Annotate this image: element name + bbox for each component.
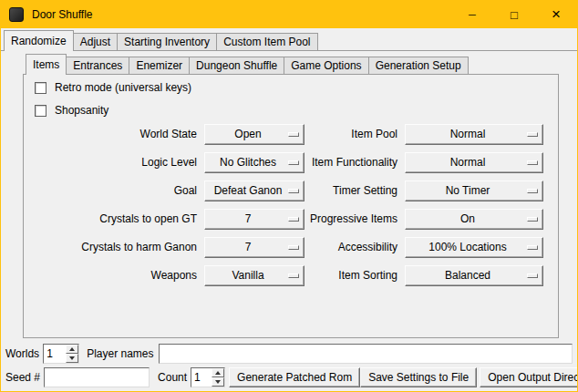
accessibility-dropdown[interactable]: 100% Locations xyxy=(405,237,543,258)
field-label: Logic Level xyxy=(24,152,197,173)
shopsanity-checkbox[interactable]: Shopsanity xyxy=(35,103,108,118)
dropdown-value: Normal xyxy=(450,128,486,140)
dropdown-indicator-icon xyxy=(288,245,299,250)
arrow-down-icon xyxy=(215,380,221,384)
arrow-up-icon xyxy=(69,347,75,351)
open-output-directory-button[interactable]: Open Output Directory xyxy=(480,367,578,387)
dropdown-indicator-icon xyxy=(527,189,538,193)
timer-setting-dropdown[interactable]: No Timer xyxy=(405,181,543,201)
count-input[interactable] xyxy=(191,368,212,387)
dropdown-value: Defeat Ganon xyxy=(214,184,283,197)
tab-dungeon-shuffle[interactable]: Dungeon Shuffle xyxy=(189,57,284,74)
dropdown-value: 7 xyxy=(245,241,252,253)
checkbox-box-icon[interactable] xyxy=(35,105,46,117)
weapons-dropdown[interactable]: Vanilla xyxy=(204,265,304,286)
dropdown-indicator-icon xyxy=(288,217,299,222)
save-settings-button[interactable]: Save Settings to File xyxy=(360,367,477,387)
outer-tab-bar: Randomize Adjust Starting Inventory Cust… xyxy=(4,30,318,51)
tab-adjust[interactable]: Adjust xyxy=(73,33,118,50)
arrow-up-icon xyxy=(215,371,221,375)
settings-row: Crystals to open GT 7 Progressive Items … xyxy=(24,209,558,230)
field-label: World State xyxy=(24,124,197,145)
settings-grid: World State Open Item Pool Normal Logic … xyxy=(24,124,558,294)
count-label: Count xyxy=(158,371,187,384)
field-label: Crystals to harm Ganon xyxy=(24,237,197,258)
dropdown-indicator-icon xyxy=(288,160,299,165)
world-state-dropdown[interactable]: Open xyxy=(204,124,304,145)
field-label: Item Functionality xyxy=(304,152,397,173)
tab-generation-setup[interactable]: Generation Setup xyxy=(368,57,469,74)
dropdown-indicator-icon xyxy=(527,132,538,137)
tab-entrances[interactable]: Entrances xyxy=(66,57,129,74)
tab-items[interactable]: Items xyxy=(26,54,67,75)
settings-row: Logic Level No Glitches Item Functionali… xyxy=(24,152,558,173)
footer: Worlds Player names Seed # Count xyxy=(5,344,573,387)
maximize-button[interactable]: □ xyxy=(493,1,535,28)
seed-label: Seed # xyxy=(5,371,40,384)
app-icon[interactable] xyxy=(9,7,24,22)
tab-starting-inventory[interactable]: Starting Inventory xyxy=(117,33,217,50)
dropdown-value: No Timer xyxy=(446,184,490,197)
crystals-harm-ganon-dropdown[interactable]: 7 xyxy=(204,237,304,258)
crystals-open-gt-dropdown[interactable]: 7 xyxy=(204,209,304,230)
spin-up-button[interactable] xyxy=(66,345,78,354)
dropdown-value: Open xyxy=(234,128,261,140)
items-panel: Retro mode (universal keys) Shopsanity W… xyxy=(23,74,559,338)
dropdown-value: On xyxy=(460,212,475,225)
dropdown-value: Normal xyxy=(450,156,486,169)
item-sorting-dropdown[interactable]: Balanced xyxy=(405,265,543,286)
field-label: Progressive Items xyxy=(304,209,397,230)
dropdown-indicator-icon xyxy=(527,160,538,165)
spin-down-button[interactable] xyxy=(66,354,78,363)
footer-row-1: Worlds Player names xyxy=(5,344,573,364)
tab-enemizer[interactable]: Enemizer xyxy=(129,57,190,74)
tab-game-options[interactable]: Game Options xyxy=(284,57,368,74)
tab-randomize[interactable]: Randomize xyxy=(4,30,74,51)
retro-mode-checkbox[interactable]: Retro mode (universal keys) xyxy=(35,80,191,95)
spin-up-button[interactable] xyxy=(212,368,224,377)
worlds-input[interactable] xyxy=(44,345,66,363)
dropdown-indicator-icon xyxy=(288,273,299,278)
settings-row: Crystals to harm Ganon 7 Accessibility 1… xyxy=(24,237,558,258)
field-label: Item Pool xyxy=(304,124,397,145)
logic-level-dropdown[interactable]: No Glitches xyxy=(204,152,304,173)
worlds-spinbox[interactable] xyxy=(43,344,79,364)
field-label: Timer Setting xyxy=(304,181,397,201)
inner-tab-bar: Items Entrances Enemizer Dungeon Shuffle… xyxy=(26,54,469,75)
field-label: Crystals to open GT xyxy=(24,209,197,230)
settings-row: Weapons Vanilla Item Sorting Balanced xyxy=(24,265,558,286)
item-functionality-dropdown[interactable]: Normal xyxy=(405,152,543,173)
randomize-notebook: Items Entrances Enemizer Dungeon Shuffle… xyxy=(23,54,559,338)
generate-patched-rom-button[interactable]: Generate Patched Rom xyxy=(229,367,360,387)
titlebar[interactable]: Door Shuffle ─ □ × xyxy=(1,1,577,28)
progressive-items-dropdown[interactable]: On xyxy=(405,209,543,230)
dropdown-value: No Glitches xyxy=(220,156,276,169)
item-pool-dropdown[interactable]: Normal xyxy=(405,124,543,145)
window-controls: ─ □ × xyxy=(451,1,577,28)
dropdown-indicator-icon xyxy=(527,273,538,278)
spin-buttons xyxy=(212,368,224,387)
checkbox-box-icon[interactable] xyxy=(35,82,46,94)
worlds-label: Worlds xyxy=(5,347,39,360)
dropdown-indicator-icon xyxy=(527,245,538,250)
footer-row-2: Seed # Count Generate Patched Rom Save S… xyxy=(5,367,573,387)
goal-dropdown[interactable]: Defeat Ganon xyxy=(204,181,304,201)
settings-row: World State Open Item Pool Normal xyxy=(24,124,558,145)
close-button[interactable]: × xyxy=(535,1,577,28)
window-title: Door Shuffle xyxy=(32,8,93,21)
count-spinbox[interactable] xyxy=(191,367,225,387)
seed-input[interactable] xyxy=(44,367,150,387)
dropdown-indicator-icon xyxy=(288,189,299,193)
app-window: Door Shuffle ─ □ × Randomize Adjust Star… xyxy=(0,0,578,392)
player-names-label: Player names xyxy=(87,347,153,360)
checkbox-label: Shopsanity xyxy=(55,104,108,117)
field-label: Goal xyxy=(24,181,197,201)
dropdown-value: 100% Locations xyxy=(428,241,506,253)
field-label: Item Sorting xyxy=(304,265,397,286)
tab-custom-item-pool[interactable]: Custom Item Pool xyxy=(216,33,317,50)
minimize-button[interactable]: ─ xyxy=(451,1,493,28)
spin-buttons xyxy=(66,345,78,363)
spin-down-button[interactable] xyxy=(212,377,224,387)
dropdown-value: Balanced xyxy=(445,269,490,282)
player-names-input[interactable] xyxy=(159,344,573,364)
